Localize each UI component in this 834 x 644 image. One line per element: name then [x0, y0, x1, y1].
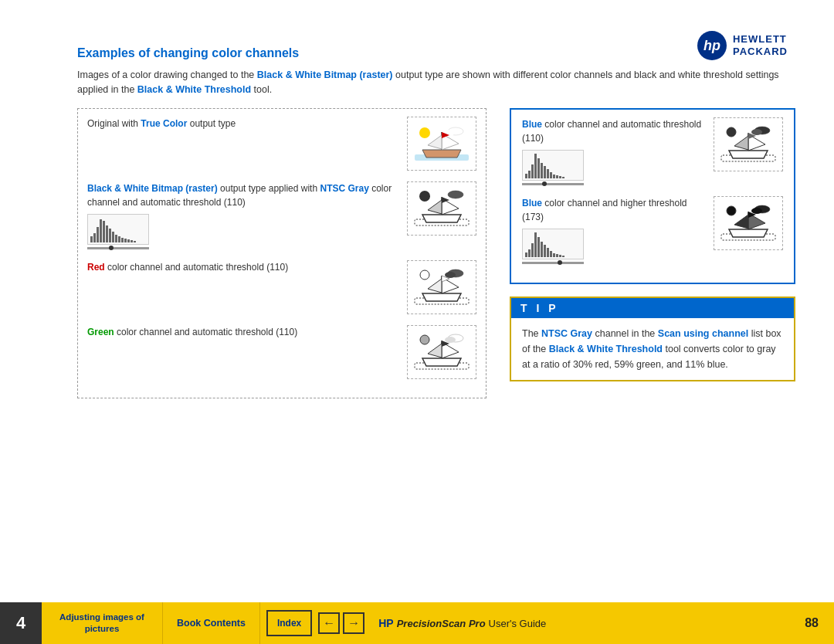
histogram-blue110: [522, 150, 584, 181]
item-image-original: [407, 117, 476, 171]
item-row-ntsc: Black & White Bitmap (raster) output typ…: [87, 181, 476, 249]
intro-text: Images of a color drawing changed to the…: [77, 68, 795, 97]
svg-point-18: [445, 337, 456, 343]
svg-point-2: [419, 127, 430, 138]
histogram-blue173: [522, 229, 584, 259]
left-examples-box: Original with True Color output type: [77, 108, 486, 398]
item-text-ntsc: Black & White Bitmap (raster) output typ…: [87, 181, 399, 249]
main-layout: Original with True Color output type: [77, 108, 795, 398]
item-text-blue110: Blue color channel and automatic thresho…: [522, 117, 706, 185]
item-text-original: Original with True Color output type: [87, 117, 399, 130]
boat-color-image: [407, 117, 476, 171]
bw-boat-svg-red: [411, 264, 473, 310]
item-text-blue173: Blue color channel and higher threshold …: [522, 196, 706, 264]
histogram-ntsc: [87, 214, 149, 245]
item-row-red: Red color channel and automatic threshol…: [87, 260, 476, 314]
color-boat-svg: [411, 120, 473, 167]
svg-point-8: [448, 191, 463, 198]
svg-point-13: [445, 272, 456, 278]
nav-arrows: ← →: [318, 612, 364, 634]
svg-point-23: [751, 129, 762, 135]
item-image-blue110: [714, 117, 783, 171]
left-column: Original with True Color output type: [77, 108, 486, 398]
svg-point-28: [751, 208, 762, 214]
svg-point-16: [420, 335, 429, 344]
right-column: Blue color channel and automatic thresho…: [510, 108, 795, 398]
brand-text: HP PrecisionScan Pro User's Guide: [378, 617, 546, 629]
page-number-box: 4: [0, 602, 42, 644]
boat-bw-green-image: [407, 325, 476, 379]
nav-adjusting-link[interactable]: Adjusting images of pictures: [42, 602, 163, 644]
boat-bw-ntsc-image: [407, 181, 476, 236]
svg-point-21: [727, 127, 736, 137]
nav-index-link[interactable]: Index: [266, 610, 312, 636]
tip-content: The NTSC Gray channel in the Scan using …: [511, 318, 794, 380]
item-image-green: [407, 325, 476, 379]
item-row-original: Original with True Color output type: [87, 117, 476, 171]
tip-box: T I P The NTSC Gray channel in the Scan …: [510, 297, 795, 381]
bw-boat-svg-ntsc: [411, 185, 473, 232]
bw-boat-svg-green: [411, 329, 473, 375]
nav-book-contents-link[interactable]: Book Contents: [163, 602, 260, 644]
item-text-red: Red color channel and automatic threshol…: [87, 260, 399, 274]
bw-boat-svg-blue173: [717, 200, 779, 246]
page-number: 4: [16, 613, 25, 633]
svg-point-7: [419, 191, 430, 202]
bw-boat-svg-blue110: [717, 121, 779, 168]
item-image-red: [407, 260, 476, 314]
page-content: Examples of changing color channels Imag…: [77, 46, 795, 582]
prev-arrow-button[interactable]: ←: [318, 612, 340, 634]
boat-bw-blue173-image: [714, 196, 783, 250]
boat-bw-blue110-image: [714, 117, 783, 171]
item-text-green: Green color channel and automatic thresh…: [87, 325, 399, 339]
item-row-blue110: Blue color channel and automatic thresho…: [522, 117, 783, 185]
item-image-blue173: [714, 196, 783, 250]
tip-header: T I P: [511, 298, 794, 318]
bottom-bar: 4 Adjusting images of pictures Book Cont…: [0, 602, 834, 644]
boat-bw-red-image: [407, 260, 476, 314]
next-arrow-button[interactable]: →: [343, 612, 364, 634]
blue-channel-box: Blue color channel and automatic thresho…: [510, 108, 795, 284]
item-image-ntsc: [407, 181, 476, 236]
item-row-green: Green color channel and automatic thresh…: [87, 325, 476, 379]
section-title: Examples of changing color channels: [77, 46, 795, 60]
svg-point-11: [420, 270, 429, 280]
item-row-blue173: Blue color channel and higher threshold …: [522, 196, 783, 264]
bottom-page-num: 88: [805, 616, 819, 630]
svg-point-26: [727, 206, 736, 215]
